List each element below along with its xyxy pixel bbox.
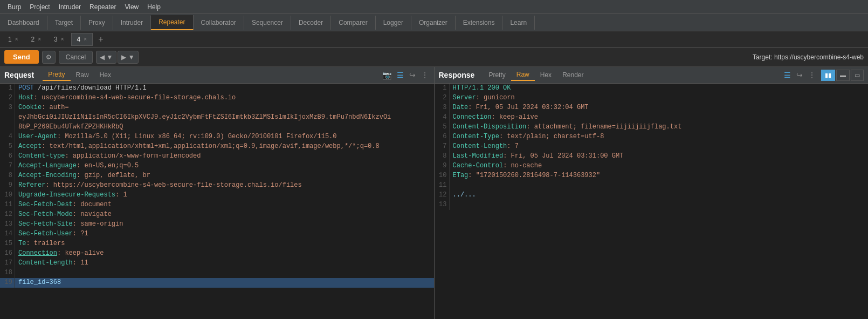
response-header: Response Pretty Raw Hex Render ☰ ↪ ⋮ ▮▮ …: [435, 67, 869, 84]
response-line-8: 8 Last-Modified: Fri, 05 Jul 2024 03:31:…: [435, 152, 869, 161]
request-line-9: 9 Referer: https://uscybercombine-s4-web…: [0, 181, 434, 191]
request-tab-pretty[interactable]: Pretty: [43, 69, 70, 81]
request-line-11: 11 Sec-Fetch-Dest: document: [0, 200, 434, 210]
request-pane: Request Pretty Raw Hex 📷 ☰ ↪ ⋮ 1 POST /a…: [0, 67, 435, 319]
menu-intruder[interactable]: Intruder: [54, 2, 85, 12]
response-tab-hex[interactable]: Hex: [535, 70, 557, 80]
session-tab-3[interactable]: 3 ×: [48, 33, 70, 46]
view-split-btn[interactable]: ▮▮: [821, 70, 835, 81]
response-tab-raw[interactable]: Raw: [511, 69, 535, 81]
wrap-icon[interactable]: ↪: [408, 70, 417, 80]
request-line-4: 4 User-Agent: Mozilla/5.0 (X11; Linux x8…: [0, 132, 434, 142]
menu-view[interactable]: View: [120, 2, 143, 12]
request-line-2: 2 Host: uscybercombine-s4-web-secure-fil…: [0, 93, 434, 103]
tab-dashboard[interactable]: Dashboard: [0, 16, 47, 30]
tab-target[interactable]: Target: [47, 16, 81, 30]
tab-decoder[interactable]: Decoder: [291, 16, 331, 30]
response-wrap-icon[interactable]: ↪: [795, 70, 804, 80]
session-tab-4[interactable]: 4 ×: [71, 33, 93, 46]
request-line-17: 17 Content-Length: 11: [0, 259, 434, 268]
session-tab-2[interactable]: 2 ×: [25, 33, 47, 46]
response-icons: ☰ ↪ ⋮: [783, 70, 817, 80]
request-tab-hex[interactable]: Hex: [94, 70, 116, 80]
request-title: Request: [4, 71, 34, 79]
request-sub-tabs: Pretty Raw Hex: [43, 69, 381, 81]
next-button[interactable]: ▶ ▼: [118, 51, 138, 64]
response-line-10: 10 ETag: "1720150260.2816498-7-114363932…: [435, 171, 869, 181]
response-line-2: 2 Server: gunicorn: [435, 93, 869, 103]
target-label: Target: https://uscybercombine-s4-web: [753, 53, 864, 61]
menu-burp[interactable]: Burp: [3, 2, 25, 12]
menu-bar: Burp Project Intruder Repeater View Help: [0, 0, 868, 14]
request-line-3c: 8bP_P269Ebu4UTwkfZPZHKHkRbQ: [0, 123, 434, 132]
view-single-btn[interactable]: ▭: [851, 70, 864, 81]
inspector-icon[interactable]: ☰: [396, 70, 405, 80]
response-tab-pretty[interactable]: Pretty: [483, 70, 511, 80]
tab-comparer[interactable]: Comparer: [331, 16, 375, 30]
close-session-4[interactable]: ×: [84, 36, 87, 42]
request-line-6: 6 Content-type: application/x-www-form-u…: [0, 152, 434, 161]
request-line-15: 15 Te: trailers: [0, 239, 434, 249]
response-line-4: 4 Connection: keep-alive: [435, 113, 869, 123]
request-line-8: 8 Accept-Encoding: gzip, deflate, br: [0, 171, 434, 181]
response-line-11: 11: [435, 181, 869, 191]
session-tabs: 1 × 2 × 3 × 4 × +: [0, 31, 868, 47]
send-button[interactable]: Send: [4, 50, 39, 64]
tab-learn[interactable]: Learn: [502, 16, 535, 30]
request-line-18: 18: [0, 268, 434, 278]
response-line-13: 13: [435, 200, 869, 210]
request-tab-raw[interactable]: Raw: [71, 70, 94, 80]
tab-collaborator[interactable]: Collaborator: [194, 16, 244, 30]
request-line-7: 7 Accept-Language: en-US,en;q=0.5: [0, 161, 434, 171]
menu-dots-icon[interactable]: ⋮: [420, 70, 430, 80]
response-tab-render[interactable]: Render: [557, 70, 589, 80]
response-sub-tabs: Pretty Raw Hex Render: [483, 69, 783, 81]
request-line-5: 5 Accept: text/html,application/xhtml+xm…: [0, 142, 434, 152]
response-line-12: 12 ../...: [435, 191, 869, 200]
tab-sequencer[interactable]: Sequencer: [244, 16, 291, 30]
camera-icon[interactable]: 📷: [381, 70, 392, 80]
response-line-7: 7 Content-Length: 7: [435, 142, 869, 152]
nav-tabs: Dashboard Target Proxy Intruder Repeater…: [0, 14, 868, 31]
request-line-16: 16 Connection: keep-alive: [0, 249, 434, 259]
response-line-9: 9 Cache-Control: no-cache: [435, 161, 869, 171]
request-line-1: 1 POST /api/files/download HTTP/1.1: [0, 84, 434, 93]
close-session-1[interactable]: ×: [15, 36, 18, 42]
tab-logger[interactable]: Logger: [376, 16, 411, 30]
close-session-3[interactable]: ×: [61, 36, 64, 42]
response-menu-icon[interactable]: ⋮: [807, 70, 817, 80]
response-line-3: 3 Date: Fri, 05 Jul 2024 03:32:04 GMT: [435, 103, 869, 113]
settings-button[interactable]: ⚙: [42, 51, 56, 64]
request-code[interactable]: 1 POST /api/files/download HTTP/1.1 2 Ho…: [0, 84, 434, 319]
request-line-10: 10 Upgrade-Insecure-Requests: 1: [0, 191, 434, 200]
request-line-3: 3 Cookie: auth=: [0, 103, 434, 113]
view-horizontal-btn[interactable]: ▬: [836, 70, 850, 81]
tab-extensions[interactable]: Extensions: [456, 16, 503, 30]
request-line-19: 19 file_id=368: [0, 278, 434, 288]
menu-repeater[interactable]: Repeater: [85, 2, 120, 12]
request-line-3b: eyJhbGci0iJIUzI1NiIsInR5cCI6IkpXVCJ9.eyJ…: [0, 113, 434, 123]
response-line-1: 1 HTTP/1.1 200 OK: [435, 84, 869, 93]
close-session-2[interactable]: ×: [38, 36, 41, 42]
response-inspector-icon[interactable]: ☰: [783, 70, 792, 80]
tab-intruder[interactable]: Intruder: [113, 16, 151, 30]
request-icons: 📷 ☰ ↪ ⋮: [381, 70, 430, 80]
main-content: Request Pretty Raw Hex 📷 ☰ ↪ ⋮ 1 POST /a…: [0, 67, 868, 319]
response-line-5: 5 Content-Disposition: attachment; filen…: [435, 123, 869, 132]
response-pane: Response Pretty Raw Hex Render ☰ ↪ ⋮ ▮▮ …: [435, 67, 869, 319]
request-header: Request Pretty Raw Hex 📷 ☰ ↪ ⋮: [0, 67, 434, 84]
add-session-tab[interactable]: +: [94, 35, 107, 44]
tab-repeater[interactable]: Repeater: [151, 15, 193, 30]
cancel-button[interactable]: Cancel: [59, 51, 93, 64]
request-line-12: 12 Sec-Fetch-Mode: navigate: [0, 210, 434, 220]
toolbar: Send ⚙ Cancel ◀ ▼ ▶ ▼ Target: https://us…: [0, 47, 868, 67]
prev-button[interactable]: ◀ ▼: [96, 51, 116, 64]
tab-proxy[interactable]: Proxy: [81, 16, 113, 30]
tab-organizer[interactable]: Organizer: [411, 16, 456, 30]
response-code[interactable]: 1 HTTP/1.1 200 OK 2 Server: gunicorn 3 D…: [435, 84, 869, 319]
response-line-6: 6 Content-Type: text/plain; charset=utf-…: [435, 132, 869, 142]
response-title: Response: [439, 71, 475, 79]
session-tab-1[interactable]: 1 ×: [2, 33, 24, 46]
menu-help[interactable]: Help: [143, 2, 165, 12]
menu-project[interactable]: Project: [25, 2, 54, 12]
